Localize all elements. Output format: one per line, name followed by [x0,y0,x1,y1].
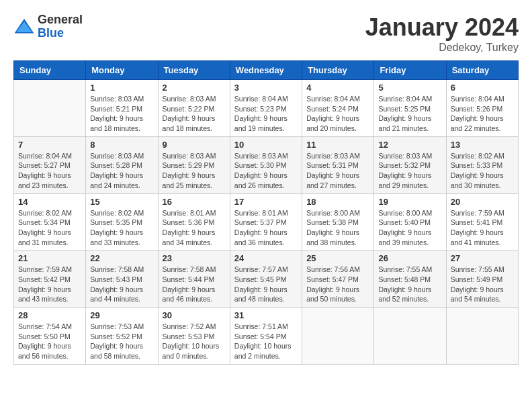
day-info: Sunrise: 7:55 AMSunset: 5:48 PMDaylight:… [378,265,441,304]
weekday-header-friday: Friday [374,61,446,80]
day-number: 30 [163,310,226,320]
calendar-cell [446,308,518,365]
calendar-cell: 24Sunrise: 7:57 AMSunset: 5:45 PMDayligh… [230,250,302,308]
calendar-cell: 15Sunrise: 8:02 AMSunset: 5:35 PMDayligh… [86,193,158,250]
title-area: January 2024 Dedekoy, Turkey [365,13,519,54]
calendar-cell: 3Sunrise: 8:04 AMSunset: 5:23 PMDaylight… [230,80,302,137]
logo-general-text: General [38,13,83,27]
calendar-cell: 11Sunrise: 8:03 AMSunset: 5:31 PMDayligh… [302,136,374,193]
day-number: 16 [163,197,226,207]
day-info: Sunrise: 7:58 AMSunset: 5:44 PMDaylight:… [163,265,226,304]
day-info: Sunrise: 8:03 AMSunset: 5:29 PMDaylight:… [163,151,226,191]
week-row-3: 14Sunrise: 8:02 AMSunset: 5:34 PMDayligh… [14,193,519,250]
day-number: 18 [306,197,369,207]
day-info: Sunrise: 7:54 AMSunset: 5:50 PMDaylight:… [18,322,81,361]
logo-text: General Blue [38,13,83,40]
calendar-cell: 22Sunrise: 7:58 AMSunset: 5:43 PMDayligh… [86,250,158,308]
calendar-cell [374,308,446,365]
location-subtitle: Dedekoy, Turkey [365,42,519,54]
calendar-cell: 4Sunrise: 8:04 AMSunset: 5:24 PMDaylight… [302,80,374,137]
calendar-cell: 30Sunrise: 7:52 AMSunset: 5:53 PMDayligh… [158,308,230,365]
calendar-cell: 21Sunrise: 7:59 AMSunset: 5:42 PMDayligh… [14,250,86,308]
day-info: Sunrise: 8:04 AMSunset: 5:23 PMDaylight:… [234,94,298,134]
day-info: Sunrise: 8:03 AMSunset: 5:28 PMDaylight:… [90,151,153,191]
logo: General Blue [13,13,83,40]
calendar-cell: 23Sunrise: 7:58 AMSunset: 5:44 PMDayligh… [158,250,230,308]
calendar-cell: 29Sunrise: 7:53 AMSunset: 5:52 PMDayligh… [86,308,158,365]
calendar-cell: 16Sunrise: 8:01 AMSunset: 5:36 PMDayligh… [158,193,230,250]
day-info: Sunrise: 8:04 AMSunset: 5:24 PMDaylight:… [306,94,369,134]
day-info: Sunrise: 7:56 AMSunset: 5:47 PMDaylight:… [306,265,369,304]
calendar-cell: 6Sunrise: 8:04 AMSunset: 5:26 PMDaylight… [446,80,518,137]
day-number: 22 [90,253,153,263]
day-number: 25 [306,253,369,263]
day-number: 7 [18,140,81,150]
header: General Blue January 2024 Dedekoy, Turke… [13,13,519,54]
logo-icon [13,16,35,38]
calendar-table: SundayMondayTuesdayWednesdayThursdayFrid… [13,60,519,365]
day-number: 13 [451,140,514,150]
day-number: 26 [378,253,441,263]
calendar-cell: 10Sunrise: 8:03 AMSunset: 5:30 PMDayligh… [230,136,302,193]
weekday-header-sunday: Sunday [14,61,86,80]
day-info: Sunrise: 8:01 AMSunset: 5:36 PMDaylight:… [163,208,226,248]
calendar-cell: 25Sunrise: 7:56 AMSunset: 5:47 PMDayligh… [302,250,374,308]
weekday-header-monday: Monday [86,61,158,80]
day-info: Sunrise: 8:00 AMSunset: 5:40 PMDaylight:… [378,208,441,248]
day-number: 3 [234,83,298,93]
weekday-header-wednesday: Wednesday [230,61,302,80]
day-number: 28 [18,310,81,320]
day-number: 2 [163,83,226,93]
day-info: Sunrise: 8:03 AMSunset: 5:31 PMDaylight:… [306,151,369,191]
day-number: 12 [378,140,441,150]
day-number: 8 [90,140,153,150]
calendar-cell: 12Sunrise: 8:03 AMSunset: 5:32 PMDayligh… [374,136,446,193]
day-info: Sunrise: 7:53 AMSunset: 5:52 PMDaylight:… [90,322,153,361]
day-number: 6 [451,83,514,93]
day-info: Sunrise: 7:58 AMSunset: 5:43 PMDaylight:… [90,265,153,304]
calendar-cell: 20Sunrise: 7:59 AMSunset: 5:41 PMDayligh… [446,193,518,250]
day-number: 29 [90,310,153,320]
calendar-cell: 13Sunrise: 8:02 AMSunset: 5:33 PMDayligh… [446,136,518,193]
day-info: Sunrise: 8:01 AMSunset: 5:37 PMDaylight:… [234,208,298,248]
day-number: 21 [18,253,81,263]
calendar-cell: 26Sunrise: 7:55 AMSunset: 5:48 PMDayligh… [374,250,446,308]
week-row-4: 21Sunrise: 7:59 AMSunset: 5:42 PMDayligh… [14,250,519,308]
week-row-5: 28Sunrise: 7:54 AMSunset: 5:50 PMDayligh… [14,308,519,365]
calendar-cell [302,308,374,365]
day-info: Sunrise: 8:02 AMSunset: 5:34 PMDaylight:… [18,208,81,248]
calendar-cell: 17Sunrise: 8:01 AMSunset: 5:37 PMDayligh… [230,193,302,250]
calendar-cell: 14Sunrise: 8:02 AMSunset: 5:34 PMDayligh… [14,193,86,250]
day-info: Sunrise: 7:57 AMSunset: 5:45 PMDaylight:… [234,265,298,304]
day-info: Sunrise: 8:02 AMSunset: 5:35 PMDaylight:… [90,208,153,248]
day-number: 17 [234,197,298,207]
calendar-cell: 8Sunrise: 8:03 AMSunset: 5:28 PMDaylight… [86,136,158,193]
calendar-cell: 27Sunrise: 7:55 AMSunset: 5:49 PMDayligh… [446,250,518,308]
day-number: 5 [378,83,441,93]
day-info: Sunrise: 8:00 AMSunset: 5:38 PMDaylight:… [306,208,369,248]
day-number: 23 [163,253,226,263]
week-row-1: 1Sunrise: 8:03 AMSunset: 5:21 PMDaylight… [14,80,519,137]
calendar-cell [14,80,86,137]
day-number: 27 [451,253,514,263]
day-info: Sunrise: 7:51 AMSunset: 5:54 PMDaylight:… [234,322,298,361]
day-number: 19 [378,197,441,207]
calendar-cell: 28Sunrise: 7:54 AMSunset: 5:50 PMDayligh… [14,308,86,365]
week-row-2: 7Sunrise: 8:04 AMSunset: 5:27 PMDaylight… [14,136,519,193]
calendar-cell: 9Sunrise: 8:03 AMSunset: 5:29 PMDaylight… [158,136,230,193]
calendar-cell: 31Sunrise: 7:51 AMSunset: 5:54 PMDayligh… [230,308,302,365]
weekday-header-tuesday: Tuesday [158,61,230,80]
day-info: Sunrise: 8:02 AMSunset: 5:33 PMDaylight:… [451,151,514,191]
day-info: Sunrise: 7:52 AMSunset: 5:53 PMDaylight:… [163,322,226,361]
day-number: 9 [163,140,226,150]
calendar-cell: 7Sunrise: 8:04 AMSunset: 5:27 PMDaylight… [14,136,86,193]
day-info: Sunrise: 7:59 AMSunset: 5:42 PMDaylight:… [18,265,81,304]
day-number: 1 [90,83,153,93]
logo-blue-text: Blue [38,27,83,40]
day-number: 24 [234,253,298,263]
weekday-header-thursday: Thursday [302,61,374,80]
day-info: Sunrise: 8:03 AMSunset: 5:21 PMDaylight:… [90,94,153,134]
day-info: Sunrise: 8:03 AMSunset: 5:30 PMDaylight:… [234,151,298,191]
calendar-cell: 2Sunrise: 8:03 AMSunset: 5:22 PMDaylight… [158,80,230,137]
weekday-header-row: SundayMondayTuesdayWednesdayThursdayFrid… [14,61,519,80]
